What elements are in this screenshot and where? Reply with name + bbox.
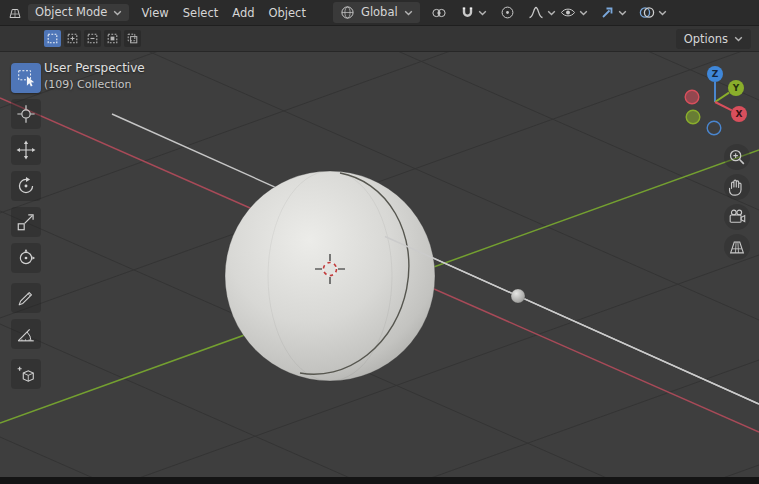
camera-view-button[interactable] [724,204,750,230]
gizmo-axis-z-negative[interactable] [707,121,721,135]
zoom-button[interactable] [724,144,750,170]
select-intersect-icon [127,33,138,44]
select-mode-extend-button[interactable] [64,30,81,47]
chevron-down-icon [404,10,413,16]
orientation-label: Global [361,7,398,19]
menu-view[interactable]: View [134,2,175,24]
path-line-front[interactable] [385,237,759,405]
camera-icon [727,207,747,227]
proportional-falloff-dropdown[interactable] [526,3,558,22]
tool-transform[interactable] [11,243,41,273]
blender-window: Object Mode View Select Add Object Globa… [0,0,759,484]
mode-dropdown[interactable]: Object Mode [28,4,129,22]
chevron-down-icon [478,10,487,16]
gizmo-y-stick [715,93,729,102]
select-mode-set-button[interactable] [44,30,61,47]
select-set-icon [47,33,58,44]
tool-move[interactable] [11,135,41,165]
select-subtract-icon [87,33,98,44]
visibility-eye-icon [560,5,576,20]
menu-select[interactable]: Select [176,2,225,24]
select-mode-invert-button[interactable] [104,30,121,47]
chevron-down-icon [547,10,556,16]
chevron-down-icon [579,10,588,16]
3d-viewport-canvas[interactable] [0,52,759,477]
annotate-pen-icon [16,288,36,308]
transform-icon [16,248,36,268]
magnet-icon [460,5,475,20]
gizmos-icon [600,5,615,20]
measure-icon [16,324,36,344]
tool-measure[interactable] [11,319,41,349]
overlays-icon [639,5,655,20]
editor-type-button[interactable] [5,3,25,23]
snapping-button[interactable] [458,3,489,22]
toggle-ortho-button[interactable] [724,234,750,260]
small-sphere-object[interactable] [511,289,525,303]
gizmo-axis-y-negative[interactable] [686,110,700,124]
orientation-dropdown[interactable]: Global [333,2,420,23]
options-dropdown[interactable]: Options [676,29,751,49]
gizmo-z-label: Z [712,69,719,79]
zoom-icon [727,147,747,167]
pivot-point-button[interactable] [429,3,449,23]
menu-bar: View Select Add Object [134,2,313,24]
rotate-icon [16,176,36,196]
tool-settings-bar: Options [0,26,759,52]
viewport-header: Object Mode View Select Add Object Globa… [0,0,759,26]
select-extend-icon [67,33,78,44]
viewport-nav-buttons [724,144,750,260]
proportional-edit-icon [500,5,515,20]
viewport-toolbar [11,63,41,395]
editor-type-icon [7,5,23,21]
gizmo-x-label: X [736,109,743,119]
add-cube-icon [16,364,36,384]
pan-hand-button[interactable] [724,174,750,200]
chevron-down-icon [734,36,743,42]
menu-object[interactable]: Object [262,2,313,24]
gizmo-axis-x-negative[interactable] [685,90,699,104]
navigation-gizmo[interactable]: Z Y X [679,64,751,140]
pivot-point-icon [431,5,447,21]
scale-icon [16,212,36,232]
show-gizmos-dropdown[interactable] [598,3,629,22]
select-mode-intersect-button[interactable] [124,30,141,47]
move-icon [16,140,36,160]
proportional-edit-toggle[interactable] [498,3,517,22]
viewport-display-group [558,2,759,24]
tool-rotate[interactable] [11,171,41,201]
hand-icon [727,177,747,197]
3d-viewport[interactable]: User Perspective (109) Collection [0,52,759,477]
select-invert-icon [107,33,118,44]
tool-scale[interactable] [11,207,41,237]
object-visibility-dropdown[interactable] [558,3,590,22]
cursor-tool-icon [16,104,36,124]
menu-add[interactable]: Add [225,2,261,24]
status-bar [0,477,759,484]
tool-add-cube[interactable] [11,359,41,389]
tool-annotate[interactable] [11,283,41,313]
chevron-down-icon [113,10,122,16]
select-mode-subtract-button[interactable] [84,30,101,47]
chevron-down-icon [658,10,667,16]
gizmo-x-stick [715,102,732,110]
tool-select-box[interactable] [11,63,41,93]
options-label: Options [684,32,728,46]
ortho-grid-icon [727,237,747,257]
tool-cursor[interactable] [11,99,41,129]
falloff-curve-icon [528,5,544,20]
transform-settings-group: Global [333,2,558,23]
select-box-icon [16,68,36,88]
chevron-down-icon [618,10,627,16]
show-overlays-dropdown[interactable] [637,3,669,22]
mode-dropdown-label: Object Mode [35,7,107,19]
gizmo-y-label: Y [732,83,740,93]
globe-icon [340,5,355,20]
